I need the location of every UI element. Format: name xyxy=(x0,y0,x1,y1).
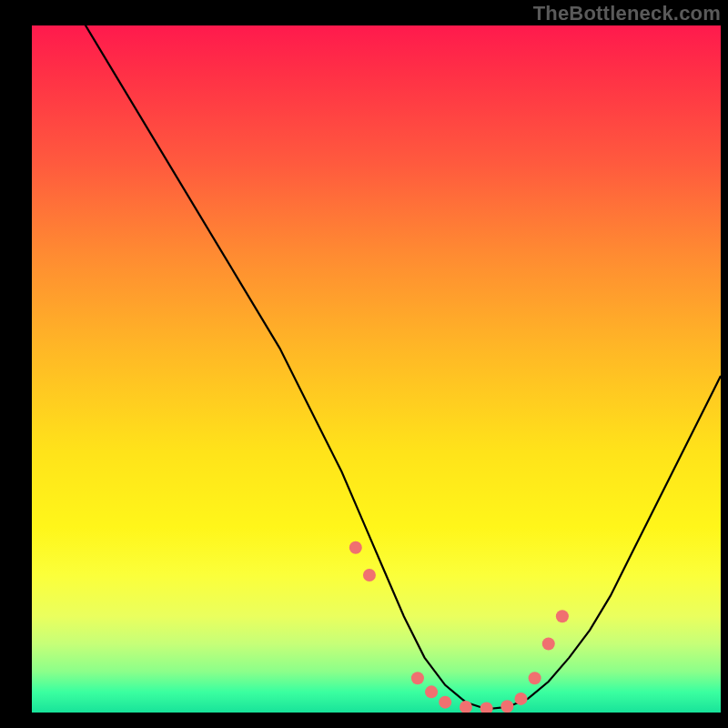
plot-area xyxy=(32,25,721,713)
scatter-point xyxy=(439,696,451,709)
scatter-point xyxy=(349,541,362,554)
scatter-point xyxy=(529,672,541,684)
bottleneck-curve xyxy=(32,25,721,709)
scatter-point xyxy=(542,638,555,651)
scatter-point xyxy=(425,685,438,698)
scatter-point xyxy=(460,701,472,713)
scatter-point xyxy=(500,700,513,713)
scatter-point xyxy=(514,693,527,705)
scatter-point xyxy=(411,672,424,684)
scatter-point xyxy=(556,610,569,622)
watermark-text: TheBottleneck.com xyxy=(533,2,721,25)
scatter-point xyxy=(480,702,493,713)
chart-svg xyxy=(32,25,721,713)
scatter-point xyxy=(363,569,376,581)
chart-stage: TheBottleneck.com xyxy=(0,0,728,728)
